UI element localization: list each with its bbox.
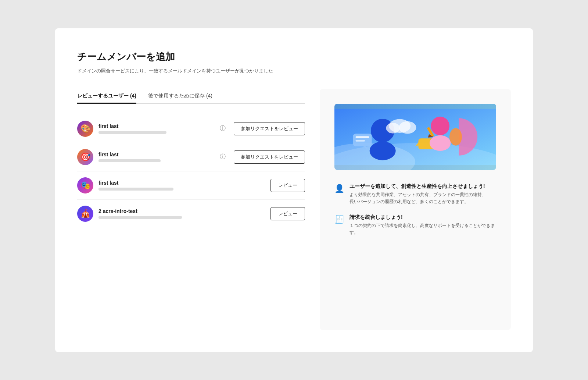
user-row: 🎪2 acrs-intro-testレビュー — [77, 200, 305, 228]
page-subtitle: ドメインの照合サービスにより、一致するメールドメインを持つユーザーが見つかりまし… — [77, 68, 511, 74]
user-email-bar — [98, 131, 166, 134]
info-icon[interactable]: ⓘ — [220, 125, 226, 132]
review-button[interactable]: レビュー — [270, 179, 305, 192]
right-panel: 👤ユーザーを追加して、創造性と生産性を向上させましょう!より効果的な共同作業、ア… — [320, 89, 511, 330]
avatar: 🎭 — [77, 177, 93, 193]
tabs-container: レビューするユーザー (4) 後で使用するために保存 (4) — [77, 89, 305, 104]
main-card: チームメンバーを追加 ドメインの照合サービスにより、一致するメールドメインを持つ… — [55, 28, 533, 352]
svg-point-12 — [430, 135, 451, 150]
benefit-title: 請求を統合しましょう! — [349, 214, 496, 221]
user-row: 🎨first lastⓘ参加リクエストをレビュー — [77, 115, 305, 143]
benefit-desc: １つの契約の下で請求を簡素化し、高度なサポートを受けることができます。 — [349, 222, 496, 236]
user-info: first last — [98, 152, 212, 162]
svg-point-16 — [386, 122, 399, 133]
left-panel: レビューするユーザー (4) 後で使用するために保存 (4) 🎨first la… — [77, 89, 305, 330]
add-user-icon: 👤 — [334, 184, 344, 193]
svg-point-13 — [449, 128, 462, 145]
user-name: first last — [98, 152, 212, 157]
user-email-bar — [98, 159, 161, 162]
avatar: 🎨 — [77, 121, 93, 137]
avatar: 🎪 — [77, 206, 93, 222]
user-list: 🎨first lastⓘ参加リクエストをレビュー🎯first lastⓘ参加リク… — [77, 115, 305, 228]
user-email-bar — [98, 188, 173, 191]
benefit-item: 👤ユーザーを追加して、創造性と生産性を向上させましょう!より効果的な共同作業、ア… — [334, 183, 496, 205]
benefit-desc: より効果的な共同作業、アセットの共有、ブランドの一貫性の維持、 長いバージョンの… — [349, 191, 486, 205]
billing-icon: 🧾 — [334, 215, 344, 224]
svg-point-11 — [431, 117, 449, 135]
benefit-title: ユーザーを追加して、創造性と生産性を向上させましょう! — [349, 183, 486, 190]
benefit-text: 請求を統合しましょう!１つの契約の下で請求を簡素化し、高度なサポートを受けること… — [349, 214, 496, 236]
user-row: 🎭first lastレビュー — [77, 171, 305, 200]
user-info: first last — [98, 123, 212, 134]
illustration — [334, 104, 496, 170]
user-row: 🎯first lastⓘ参加リクエストをレビュー — [77, 143, 305, 171]
review-request-button[interactable]: 参加リクエストをレビュー — [234, 122, 305, 135]
review-button[interactable]: レビュー — [270, 207, 305, 220]
user-email-bar — [98, 216, 182, 219]
benefit-text: ユーザーを追加して、創造性と生産性を向上させましょう!より効果的な共同作業、アセ… — [349, 183, 486, 205]
avatar: 🎯 — [77, 149, 93, 165]
review-request-button[interactable]: 参加リクエストをレビュー — [234, 150, 305, 164]
svg-point-4 — [370, 141, 396, 160]
page-title: チームメンバーを追加 — [77, 50, 511, 63]
user-name: first last — [98, 123, 212, 129]
user-name: first last — [98, 180, 265, 186]
svg-rect-7 — [356, 136, 369, 138]
user-info: 2 acrs-intro-test — [98, 208, 265, 219]
info-icon[interactable]: ⓘ — [220, 153, 226, 161]
user-name: 2 acrs-intro-test — [98, 208, 265, 214]
user-info: first last — [98, 180, 265, 191]
svg-point-15 — [399, 121, 416, 134]
tab-saved[interactable]: 後で使用するために保存 (4) — [148, 89, 212, 103]
benefit-item: 🧾請求を統合しましょう!１つの契約の下で請求を簡素化し、高度なサポートを受けるこ… — [334, 214, 496, 236]
svg-rect-8 — [356, 140, 365, 141]
tab-review[interactable]: レビューするユーザー (4) — [77, 89, 136, 103]
benefits-list: 👤ユーザーを追加して、創造性と生産性を向上させましょう!より効果的な共同作業、ア… — [334, 183, 496, 237]
main-content: レビューするユーザー (4) 後で使用するために保存 (4) 🎨first la… — [77, 89, 511, 330]
